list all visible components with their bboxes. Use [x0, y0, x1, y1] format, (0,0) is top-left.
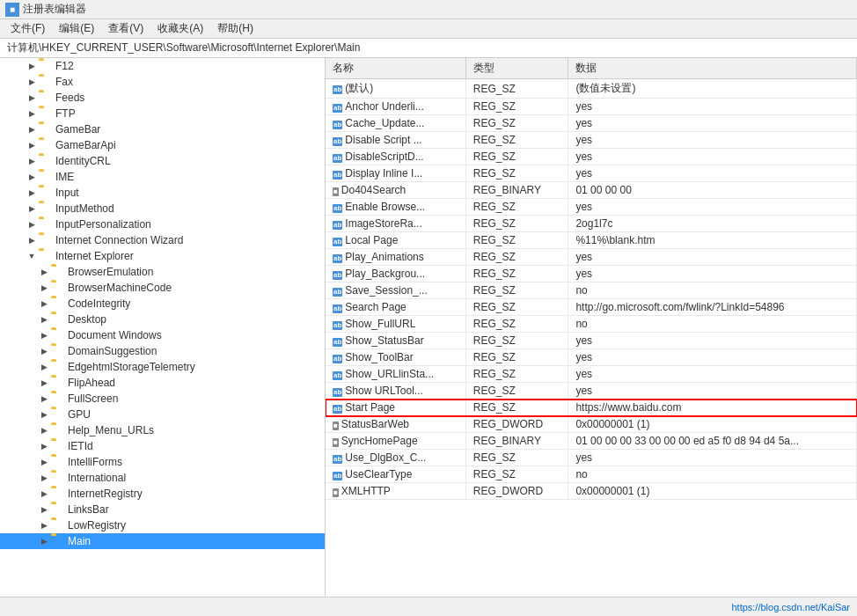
tree-expander[interactable]: ▶ [25, 170, 39, 184]
tree-item-browsermachinecode[interactable]: ▶BrowserMachineCode [0, 280, 325, 296]
tree-item-gamebarapi[interactable]: ▶GameBarApi [0, 137, 325, 153]
tree-expander[interactable]: ▶ [25, 233, 39, 247]
table-row[interactable]: abDisable Script ...REG_SZyes [326, 132, 857, 149]
tree-item-ime[interactable]: ▶IME [0, 169, 325, 185]
tree-expander[interactable]: ▶ [25, 202, 39, 216]
table-row[interactable]: abLocal PageREG_SZ%11%\blank.htm [326, 232, 857, 249]
tree-item-international[interactable]: ▶International [0, 470, 325, 486]
tree-item-fax[interactable]: ▶Fax [0, 74, 325, 90]
table-row[interactable]: abDisplay Inline I...REG_SZyes [326, 165, 857, 182]
table-row[interactable]: abImageStoreRa...REG_SZ2og1l7c [326, 216, 857, 232]
table-row[interactable]: abShow_StatusBarREG_SZyes [326, 333, 857, 349]
table-row[interactable]: abSave_Session_...REG_SZno [326, 282, 857, 299]
tree-expander[interactable]: ▶ [37, 502, 51, 517]
tree-expander[interactable]: ▶ [37, 471, 51, 485]
registry-panel[interactable]: 名称 类型 数据 ab(默认)REG_SZ(数值未设置)abAnchor Und… [326, 58, 857, 597]
table-row[interactable]: ■XMLHTTPREG_DWORD0x00000001 (1) [326, 483, 857, 500]
tree-item-internetregistry[interactable]: ▶InternetRegistry [0, 486, 325, 502]
tree-item-ietid[interactable]: ▶IETId [0, 438, 325, 454]
menu-item-E[interactable]: 编辑(E) [52, 19, 101, 38]
table-row[interactable]: abShow URLTool...REG_SZyes [326, 383, 857, 400]
title-bar: ■ 注册表编辑器 [0, 0, 857, 19]
tree-expander[interactable]: ▶ [25, 59, 39, 73]
menu-item-V[interactable]: 查看(V) [101, 19, 150, 38]
table-row[interactable]: abShow_URLlinSta...REG_SZyes [326, 366, 857, 383]
tree-item-ftp[interactable]: ▶FTP [0, 106, 325, 121]
tree-expander[interactable]: ▶ [37, 518, 51, 532]
tree-item-intelliforms[interactable]: ▶IntelliForms [0, 454, 325, 470]
tree-expander[interactable]: ▼ [25, 249, 39, 263]
menu-item-A[interactable]: 收藏夹(A) [150, 19, 210, 38]
tree-expander[interactable]: ▶ [25, 138, 39, 152]
table-row[interactable]: ■SyncHomePageREG_BINARY01 00 00 00 33 00… [326, 433, 857, 450]
table-row[interactable]: abShow_FullURLREG_SZno [326, 316, 857, 333]
tree-expander[interactable]: ▶ [25, 91, 39, 105]
tree-item-main[interactable]: ▶Main [0, 533, 325, 549]
tree-item-gpu[interactable]: ▶GPU [0, 407, 325, 422]
tree-item-input[interactable]: ▶Input [0, 185, 325, 201]
tree-expander[interactable]: ▶ [37, 423, 51, 437]
menu-item-H[interactable]: 帮助(H) [210, 19, 260, 38]
table-row[interactable]: abShow_ToolBarREG_SZyes [326, 349, 857, 366]
tree-item-inputmethod[interactable]: ▶InputMethod [0, 201, 325, 216]
tree-item-label: Internet Connection Wizard [55, 234, 183, 246]
tree-expander[interactable]: ▶ [37, 265, 51, 279]
tree-expander[interactable]: ▶ [25, 154, 39, 168]
tree-item-internet-explorer[interactable]: ▼Internet Explorer [0, 248, 325, 264]
tree-expander[interactable]: ▶ [37, 455, 51, 469]
tree-expander[interactable]: ▶ [25, 75, 39, 89]
table-row[interactable]: abPlay_Backgrou...REG_SZyes [326, 266, 857, 282]
tree-item-lowregistry[interactable]: ▶LowRegistry [0, 517, 325, 533]
tree-item-flipahead[interactable]: ▶FlipAhead [0, 375, 325, 391]
tree-expander[interactable]: ▶ [37, 328, 51, 342]
tree-item-desktop[interactable]: ▶Desktop [0, 312, 325, 327]
table-row[interactable]: abUse_DlgBox_C...REG_SZyes [326, 450, 857, 466]
table-row[interactable]: abDisableScriptD...REG_SZyes [326, 149, 857, 165]
tree-item-label: CodeIntegrity [68, 297, 130, 310]
tree-item-codeintegrity[interactable]: ▶CodeIntegrity [0, 296, 325, 312]
tree-item-help_menu_urls[interactable]: ▶Help_Menu_URLs [0, 422, 325, 438]
tree-expander[interactable]: ▶ [37, 312, 51, 326]
tree-item-f12[interactable]: ▶F12 [0, 58, 325, 74]
table-row[interactable]: ab(默认)REG_SZ(数值未设置) [326, 79, 857, 99]
table-row[interactable]: abPlay_AnimationsREG_SZyes [326, 249, 857, 266]
tree-expander[interactable]: ▶ [25, 122, 39, 136]
tree-expander[interactable]: ▶ [37, 534, 51, 548]
tree-expander[interactable]: ▶ [37, 281, 51, 295]
path-bar: 计算机\HKEY_CURRENT_USER\Software\Microsoft… [0, 39, 857, 58]
reg-sz-icon: ab [333, 171, 342, 180]
tree-item-linksbar[interactable]: ▶LinksBar [0, 502, 325, 517]
tree-item-internet-connection-wizard[interactable]: ▶Internet Connection Wizard [0, 232, 325, 248]
tree-item-feeds[interactable]: ▶Feeds [0, 90, 325, 106]
table-row[interactable]: abAnchor Underli...REG_SZyes [326, 99, 857, 115]
tree-expander[interactable]: ▶ [37, 376, 51, 390]
tree-item-domainsuggestion[interactable]: ▶DomainSuggestion [0, 343, 325, 359]
tree-expander[interactable]: ▶ [37, 439, 51, 453]
tree-item-inputpersonalization[interactable]: ▶InputPersonalization [0, 216, 325, 232]
tree-item-fullscreen[interactable]: ▶FullScreen [0, 391, 325, 407]
tree-expander[interactable]: ▶ [25, 217, 39, 231]
menu-item-F[interactable]: 文件(F) [4, 19, 52, 38]
tree-expander[interactable]: ▶ [37, 392, 51, 406]
tree-item-gamebar[interactable]: ▶GameBar [0, 121, 325, 137]
table-row[interactable]: ■StatusBarWebREG_DWORD0x00000001 (1) [326, 416, 857, 433]
tree-item-document-windows[interactable]: ▶Document Windows [0, 327, 325, 343]
tree-expander[interactable]: ▶ [37, 344, 51, 358]
table-row[interactable]: abStart PageREG_SZhttps://www.baidu.com [326, 400, 857, 416]
tree-item-browseremulation[interactable]: ▶BrowserEmulation [0, 264, 325, 280]
tree-expander[interactable]: ▶ [37, 487, 51, 501]
table-row[interactable]: abCache_Update...REG_SZyes [326, 115, 857, 132]
table-row[interactable]: abEnable Browse...REG_SZyes [326, 199, 857, 216]
tree-expander[interactable]: ▶ [37, 407, 51, 422]
table-row[interactable]: ■Do404SearchREG_BINARY01 00 00 00 [326, 182, 857, 199]
tree-expander[interactable]: ▶ [25, 186, 39, 200]
tree-item-edgehtmlstoragetelemetry[interactable]: ▶EdgehtmlStorageTelemetry [0, 359, 325, 375]
tree-expander[interactable]: ▶ [25, 106, 39, 121]
tree-expander[interactable]: ▶ [37, 360, 51, 374]
table-row[interactable]: abUseClearTypeREG_SZno [326, 466, 857, 483]
tree-panel[interactable]: ▶F12▶Fax▶Feeds▶FTP▶GameBar▶GameBarApi▶Id… [0, 58, 326, 597]
table-row[interactable]: abSearch PageREG_SZhttp://go.microsoft.c… [326, 299, 857, 316]
folder-icon [39, 249, 53, 263]
tree-item-identitycrl[interactable]: ▶IdentityCRL [0, 153, 325, 169]
tree-expander[interactable]: ▶ [37, 297, 51, 311]
